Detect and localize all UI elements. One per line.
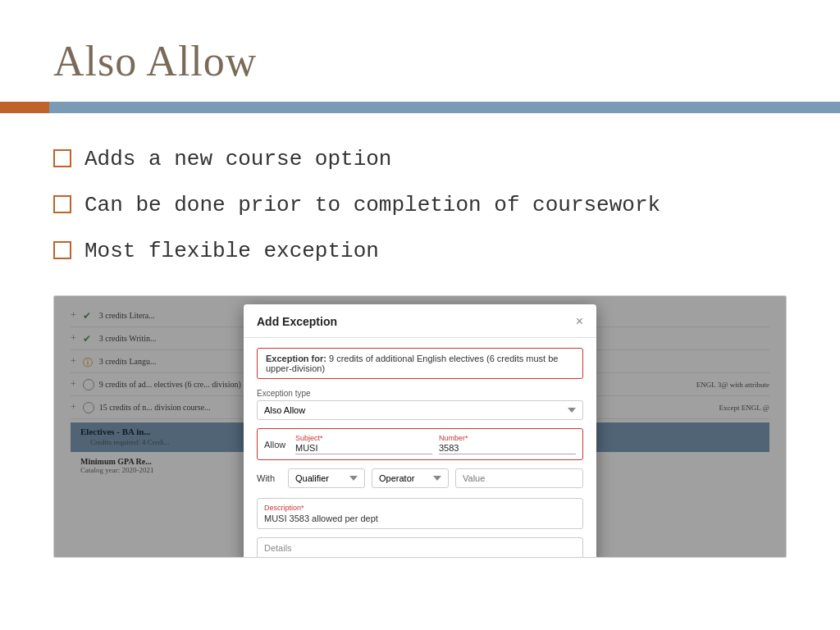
allow-row: Allow Subject* Number*: [257, 428, 583, 460]
modal-title: Add Exception: [257, 315, 337, 328]
subject-input[interactable]: [295, 442, 432, 454]
description-label: Description*: [264, 504, 576, 512]
accent-bar-blue: [49, 102, 840, 113]
exception-for-box: Exception for: 9 credits of additional E…: [257, 348, 583, 379]
close-button[interactable]: ×: [576, 314, 583, 329]
screenshot-container: + ✔ 3 credits Litera... + ✔ 3 credits Wr…: [53, 295, 787, 558]
details-field: Details: [257, 537, 583, 558]
exception-for-label: Exception for:: [266, 354, 326, 363]
with-row: With Qualifier Operator: [257, 468, 583, 488]
modal-body: Exception for: 9 credits of additional E…: [244, 338, 596, 558]
subject-field: Subject*: [295, 434, 432, 454]
slide-title: Also Allow: [53, 37, 787, 85]
bullet-text-1: Adds a new course option: [84, 146, 391, 174]
bullet-text-2: Can be done prior to completion of cours…: [84, 192, 660, 220]
accent-bar: [0, 102, 840, 113]
allow-label: Allow: [264, 440, 289, 450]
details-label: Details: [264, 543, 576, 553]
exception-type-select[interactable]: Also Allow: [257, 400, 583, 420]
number-label: Number*: [439, 434, 576, 442]
subject-label: Subject*: [295, 434, 432, 442]
bullet-list: Adds a new course option Can be done pri…: [0, 138, 840, 295]
number-field: Number*: [439, 434, 576, 454]
add-exception-modal: Add Exception × Exception for: 9 credits…: [244, 304, 596, 558]
list-item: Can be done prior to completion of cours…: [53, 192, 787, 220]
accent-bar-orange: [0, 102, 49, 113]
exception-type-label: Exception type: [257, 389, 583, 398]
value-input[interactable]: [455, 468, 583, 488]
title-section: Also Allow: [0, 0, 840, 102]
modal-header: Add Exception ×: [244, 304, 596, 338]
bullet-text-3: Most flexible exception: [84, 238, 379, 266]
list-item: Most flexible exception: [53, 238, 787, 266]
operator-select[interactable]: Operator: [372, 468, 449, 488]
qualifier-select[interactable]: Qualifier: [288, 468, 365, 488]
exception-type-field: Exception type Also Allow: [257, 389, 583, 420]
slide: Also Allow Adds a new course option Can …: [0, 0, 840, 630]
list-item: Adds a new course option: [53, 146, 787, 174]
number-input[interactable]: [439, 442, 576, 454]
description-field: Description* MUSI 3583 allowed per dept: [257, 498, 583, 529]
bullet-checkbox-2: [53, 195, 71, 213]
modal-overlay: Add Exception × Exception for: 9 credits…: [54, 296, 786, 557]
with-label: With: [257, 473, 281, 483]
bullet-checkbox-1: [53, 149, 71, 167]
bullet-checkbox-3: [53, 241, 71, 259]
description-value: MUSI 3583 allowed per dept: [264, 514, 576, 523]
